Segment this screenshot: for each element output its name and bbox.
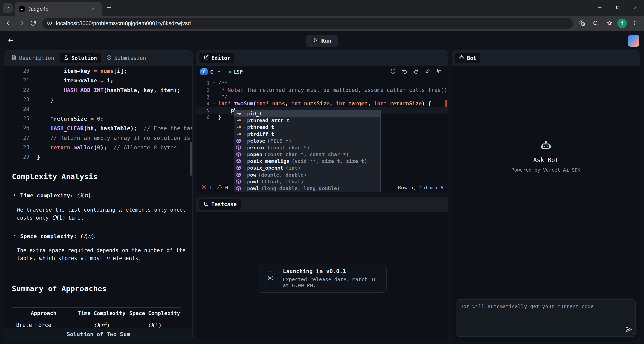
close-window-button[interactable] <box>626 0 644 16</box>
code-line: 22 HASH_ADD_INT(hashTable, key, item); <box>4 85 192 95</box>
suggest-item[interactable]: ·pthread_t <box>234 124 380 131</box>
robot-icon <box>540 148 552 153</box>
reload-button[interactable] <box>28 18 39 29</box>
code-line: 20 item→key = nums[i]; <box>4 66 192 76</box>
suggest-item[interactable]: ·ptrdiff_t <box>234 131 380 137</box>
solution-content[interactable]: 20 item→key = nums[i];21 item→value = i;… <box>4 66 192 328</box>
cursor-position: Row 5, Column 6 <box>398 185 444 191</box>
url-text[interactable]: localhost:3000/problems/cm8pjqdem0001ty8… <box>56 20 191 27</box>
editor-line[interactable]: 1/** <box>196 80 448 87</box>
app-back-button[interactable] <box>5 35 17 47</box>
scrollbar-thumb[interactable] <box>190 142 192 176</box>
favicon: ▲ <box>19 6 25 12</box>
error-count: 1 <box>209 185 212 191</box>
tab-submission[interactable]: Submission <box>102 53 150 63</box>
bot-panel: Bot Ask Bot Powered by Vercel Ai SDK <box>452 50 640 341</box>
bookmark-button[interactable] <box>604 18 615 29</box>
launch-toast: Launching in v0.0.1 Expected release dat… <box>258 264 387 293</box>
function-icon <box>236 172 242 178</box>
tab-solution[interactable]: Solution <box>60 53 101 63</box>
problem-panel: Description Solution Submission 20 item→… <box>4 50 193 341</box>
tab-bot[interactable]: Bot <box>455 53 480 63</box>
autocomplete-popup: ·pid_t·pthread_attr_t·pthread_t·ptrdiff_… <box>234 110 381 192</box>
kebab-menu-icon <box>632 20 638 27</box>
function-icon <box>236 165 242 171</box>
tab-description[interactable]: Description <box>7 53 58 63</box>
translate-button[interactable]: G文 <box>577 18 588 29</box>
function-icon <box>236 138 242 144</box>
run-button[interactable]: Run <box>306 35 338 47</box>
suggest-item[interactable]: ·pid_t <box>234 110 380 117</box>
suggest-item[interactable]: ·pclose(FILE *) <box>234 137 380 144</box>
tab-search-button[interactable] <box>3 3 13 13</box>
suggest-item[interactable]: ·posix_openpt(int) <box>234 164 380 171</box>
radio-icon <box>264 271 278 285</box>
suggest-item[interactable]: ·powl(long double, long double) <box>234 185 380 192</box>
site-info-icon[interactable] <box>47 20 52 27</box>
browser-profile-avatar[interactable]: f <box>617 19 627 28</box>
browser-menu-button[interactable] <box>629 18 640 29</box>
suggest-item[interactable]: ·perror(const char *) <box>234 144 380 151</box>
tab-testcase[interactable]: Testcase <box>199 199 241 210</box>
new-tab-button[interactable] <box>105 3 114 12</box>
testcase-panel: Testcase Launching in v0.0.1 Expected re… <box>196 197 448 341</box>
address-bar[interactable]: localhost:3000/problems/cm8pjqdem0001ty8… <box>42 18 573 29</box>
complexity-paragraph: The extra space required depends on the … <box>12 247 185 262</box>
bot-message-input[interactable] <box>456 300 635 336</box>
undo-button[interactable] <box>400 67 409 77</box>
browser-tabstrip: ▲ Judge4c <box>0 0 644 16</box>
redo-icon <box>413 68 419 76</box>
function-icon <box>236 186 242 191</box>
col-space: Space Complexity <box>128 308 181 319</box>
bot-icon <box>459 55 464 61</box>
tab-close-button[interactable] <box>89 4 98 13</box>
brush-icon <box>425 68 431 76</box>
complexity-bullet: •Space complexity: O(n). <box>12 233 185 240</box>
chevron-down-icon <box>217 68 222 75</box>
zoom-button[interactable] <box>590 18 601 29</box>
editor-line[interactable]: 4int* twoSum(int* nums, int numsSize, in… <box>196 100 448 107</box>
user-avatar[interactable] <box>628 35 639 47</box>
tab-editor[interactable]: Editor <box>199 53 234 63</box>
chevron-down-icon <box>5 5 10 11</box>
typedef-icon <box>236 111 242 116</box>
suggest-item[interactable]: ·pow(double, double) <box>234 171 380 178</box>
plus-icon <box>106 5 112 11</box>
warnings-icon <box>217 184 223 191</box>
function-icon <box>236 152 242 157</box>
code-line: 28 return malloc(0); // Allocate 0 bytes <box>4 143 192 152</box>
complexity-bullet: •Time complexity: O(n). <box>12 192 185 199</box>
format-code-button[interactable] <box>423 67 432 77</box>
window-controls <box>591 0 644 16</box>
approach-row: Brute ForceO(n2)O(1) <box>12 319 181 328</box>
maximize-button[interactable] <box>609 0 626 16</box>
suggest-item[interactable]: ·popen(const char *, const char *) <box>234 151 380 158</box>
complexity-paragraph: We traverse the list containing n elemen… <box>12 206 185 222</box>
edit-icon <box>204 55 209 61</box>
redo-button[interactable] <box>411 67 421 77</box>
forward-button[interactable] <box>16 18 27 29</box>
ask-bot-empty-state: Ask Bot Powered by Vercel Ai SDK <box>511 140 581 173</box>
editor-line[interactable]: 2 * Note: The returned array must be mal… <box>196 87 448 93</box>
reset-code-button[interactable] <box>388 67 398 77</box>
back-button[interactable] <box>4 18 15 29</box>
zoom-out-icon <box>593 20 599 27</box>
c-language-icon: C <box>200 68 208 75</box>
app-topbar: Run <box>0 31 644 50</box>
browser-tab[interactable]: ▲ Judge4c <box>15 2 102 16</box>
suggest-item[interactable]: ·pthread_attr_t <box>234 117 380 124</box>
resize-grip[interactable] <box>630 330 635 336</box>
copy-code-button[interactable] <box>434 67 444 77</box>
divider <box>12 298 185 298</box>
col-approach: Approach <box>12 308 75 319</box>
editor-line[interactable]: 3 */ <box>196 93 448 100</box>
checkbox-icon <box>204 201 209 208</box>
minimize-button[interactable] <box>591 0 609 16</box>
translate-icon: G文 <box>579 20 585 27</box>
language-select[interactable] <box>216 67 223 77</box>
back-icon <box>6 20 12 27</box>
code-line: 29} <box>4 152 192 162</box>
suggest-item[interactable]: ·powf(float, float) <box>234 178 380 185</box>
code-line: 27 // Return an empty array if no soluti… <box>4 133 192 143</box>
suggest-item[interactable]: ·posix_memalign(void **, size_t, size_t) <box>234 158 380 164</box>
